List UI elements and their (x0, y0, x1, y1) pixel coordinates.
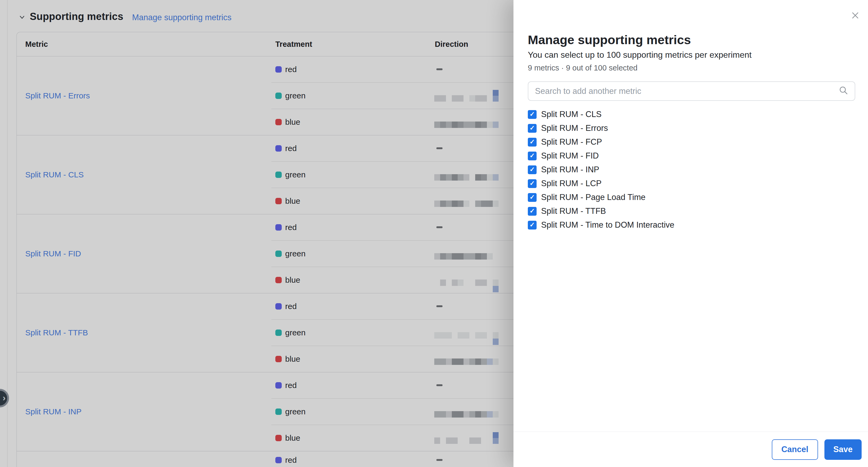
checkbox-tick-icon: ✓ (529, 166, 535, 173)
close-button[interactable] (848, 8, 863, 23)
search-icon (839, 86, 848, 96)
panel-title: Manage supporting metrics (528, 32, 691, 47)
checkbox-tick-icon: ✓ (529, 111, 535, 117)
metric-checkbox[interactable]: ✓ (528, 110, 536, 119)
metric-list-item[interactable]: ✓Split RUM - FID (528, 149, 857, 163)
checkbox-tick-icon: ✓ (529, 208, 535, 214)
metric-checkbox[interactable]: ✓ (528, 221, 536, 230)
metric-checkbox[interactable]: ✓ (528, 138, 536, 147)
metric-list-item[interactable]: ✓Split RUM - INP (528, 163, 857, 177)
save-button[interactable]: Save (825, 439, 862, 460)
checkbox-tick-icon: ✓ (529, 194, 535, 200)
metric-checkbox[interactable]: ✓ (528, 152, 536, 160)
metric-list-item[interactable]: ✓Split RUM - Page Load Time (528, 191, 857, 204)
metric-list-item[interactable]: ✓Split RUM - TTFB (528, 204, 857, 218)
metric-list-item[interactable]: ✓Split RUM - CLS (528, 108, 857, 121)
search-input[interactable] (528, 81, 855, 101)
manage-supporting-metrics-panel: Manage supporting metrics You can select… (514, 0, 868, 467)
metric-list-item[interactable]: ✓Split RUM - LCP (528, 177, 857, 191)
metric-checkbox[interactable]: ✓ (528, 166, 536, 174)
metric-checkbox-label: Split RUM - Time to DOM Interactive (541, 220, 674, 230)
close-icon (850, 10, 860, 21)
metric-checkbox[interactable]: ✓ (528, 207, 536, 216)
panel-subtitle: You can select up to 100 supporting metr… (528, 50, 752, 60)
metric-checkbox[interactable]: ✓ (528, 179, 536, 188)
metric-checkbox-label: Split RUM - FCP (541, 137, 602, 147)
metric-checkbox-label: Split RUM - TTFB (541, 206, 606, 216)
metric-checkbox[interactable]: ✓ (528, 124, 536, 133)
metric-list-item[interactable]: ✓Split RUM - FCP (528, 135, 857, 149)
checkbox-tick-icon: ✓ (529, 180, 535, 186)
checkbox-tick-icon: ✓ (529, 152, 535, 159)
metric-checkbox-label: Split RUM - LCP (541, 179, 601, 188)
metric-list-item[interactable]: ✓Split RUM - Errors (528, 121, 857, 135)
metric-checkbox-list: ✓Split RUM - CLS✓Split RUM - Errors✓Spli… (528, 108, 857, 232)
panel-footer: Cancel Save (514, 432, 868, 467)
metric-list-item[interactable]: ✓Split RUM - Time to DOM Interactive (528, 218, 857, 232)
metric-checkbox[interactable]: ✓ (528, 193, 536, 202)
metric-checkbox-label: Split RUM - FID (541, 151, 599, 160)
cancel-button[interactable]: Cancel (772, 439, 818, 460)
selection-count: 9 metrics · 9 out of 100 selected (528, 64, 638, 72)
checkbox-tick-icon: ✓ (529, 222, 535, 228)
checkbox-tick-icon: ✓ (529, 125, 535, 131)
metric-checkbox-label: Split RUM - INP (541, 165, 599, 174)
checkbox-tick-icon: ✓ (529, 139, 535, 145)
metric-checkbox-label: Split RUM - Page Load Time (541, 193, 646, 202)
metric-checkbox-label: Split RUM - CLS (541, 110, 601, 119)
metric-checkbox-label: Split RUM - Errors (541, 123, 608, 133)
